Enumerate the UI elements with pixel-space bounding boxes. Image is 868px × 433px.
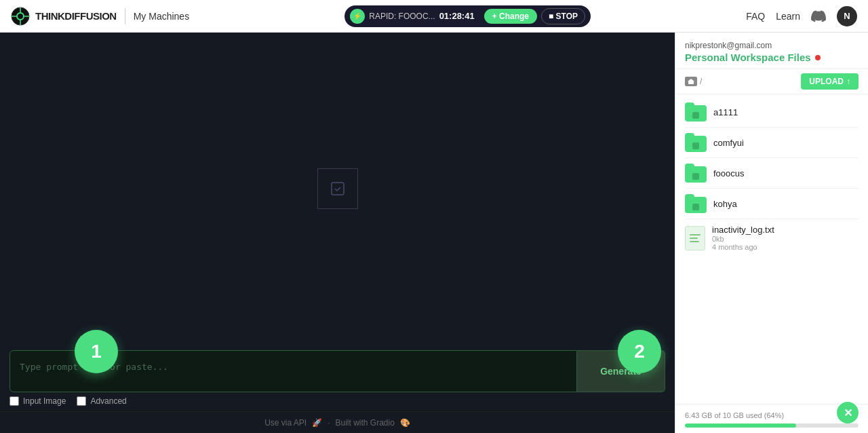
use-api-text[interactable]: Use via API [264,418,307,428]
rapid-badge: ⚡ RAPID: FOOOC... 01:28:41 + Change ■ ST… [344,5,591,27]
storage-text: 6.43 GB of 10 GB used (64%) [685,411,859,419]
stop-button[interactable]: ■ STOP [541,8,585,24]
file-panel: nikprestonk@gmail.com Personal Workspace… [675,33,868,433]
logo[interactable]: THINKDIFFUSION [11,7,117,26]
folder-item-fooocus[interactable]: fooocus [675,158,868,188]
workspace-title-text: Personal Workspace Files [685,52,811,63]
file-date-inactivity-log: 4 months ago [712,243,774,251]
header-right: FAQ Learn N [746,6,857,26]
header-divider [125,8,125,24]
svg-rect-6 [332,183,344,195]
storage-bar-fill [685,423,796,428]
change-button[interactable]: + Change [484,9,537,24]
file-item-inactivity-log[interactable]: inactivity_log.txt 0kb 4 months ago [675,219,868,257]
advanced-checkbox[interactable] [77,396,86,406]
folder-item-a1111[interactable]: a1111 [675,97,868,127]
breadcrumb-row: / UPLOAD ↑ [675,69,868,94]
step-2-number: 2 [634,341,645,362]
input-image-checkbox[interactable] [9,396,19,406]
workspace-panel: 1 2 Generate Input Image Advanced [0,33,675,433]
image-placeholder [317,168,358,209]
file-name-inactivity-log: inactivity_log.txt [712,225,774,235]
step-circle-1: 1 [75,330,118,373]
avatar[interactable]: N [837,6,857,26]
file-list: a1111 comfyui [675,94,868,404]
workspace-status-dot [815,55,821,60]
user-email: nikprestonk@gmail.com [685,41,859,50]
step-1-number: 1 [91,341,102,362]
options-row: Input Image Advanced [9,396,665,406]
step-circle-2: 2 [618,330,661,373]
storage-bar [685,423,859,428]
workspace-title: Personal Workspace Files [685,52,859,63]
canvas-area [0,33,675,345]
upload-button[interactable]: UPLOAD ↑ [801,73,859,90]
learn-link[interactable]: Learn [776,11,800,22]
folder-icon-a1111 [685,102,707,121]
footer-separator: · [328,418,330,428]
txt-line-1 [690,234,701,236]
rapid-timer: 01:28:41 [439,11,480,21]
txt-line-3 [690,241,699,242]
advanced-checkbox-label[interactable]: Advanced [77,396,126,406]
file-panel-header: nikprestonk@gmail.com Personal Workspace… [675,33,868,69]
app-header: THINKDIFFUSION My Machines ⚡ RAPID: FOOO… [0,0,868,33]
txt-file-lines [690,234,701,242]
storage-section: 6.43 GB of 10 GB used (64%) ✕ [675,404,868,433]
gradio-emoji: 🎨 [400,418,410,428]
rapid-label: RAPID: FOOOC... [369,12,435,21]
api-emoji: 🚀 [312,418,322,428]
folder-name-kohya: kohya [713,199,737,209]
upload-icon: ↑ [846,77,850,86]
folder-name-fooocus: fooocus [713,168,745,178]
footer-bar: Use via API 🚀 · Built with Gradio 🎨 [0,411,675,433]
home-icon[interactable] [685,77,697,86]
rapid-status-center: ⚡ RAPID: FOOOC... 01:28:41 + Change ■ ST… [189,5,746,27]
folder-item-comfyui[interactable]: comfyui [675,128,868,157]
main-layout: 1 2 Generate Input Image Advanced [0,33,868,433]
folder-icon-fooocus [685,164,707,183]
input-image-checkbox-label[interactable]: Input Image [9,396,66,406]
folder-icon-comfyui [685,133,707,152]
folder-item-kohya[interactable]: kohya [675,189,868,219]
folder-name-a1111: a1111 [713,107,738,117]
rapid-icon: ⚡ [350,9,365,24]
svg-marker-8 [688,79,694,81]
file-size-inactivity-log: 0kb [712,235,774,243]
file-meta-inactivity-log: inactivity_log.txt 0kb 4 months ago [712,225,774,251]
input-image-label: Input Image [23,396,66,406]
txt-file-icon [685,226,705,250]
logo-text: THINKDIFFUSION [35,10,117,22]
logo-icon [11,7,30,26]
breadcrumb-slash: / [700,77,702,86]
discord-icon[interactable] [811,9,826,24]
advanced-label: Advanced [90,396,126,406]
folder-name-comfyui: comfyui [713,138,744,148]
close-panel-button[interactable]: ✕ [837,402,859,423]
upload-label: UPLOAD [809,77,844,86]
txt-line-2 [690,238,698,239]
folder-icon-kohya [685,194,707,213]
my-machines-link[interactable]: My Machines [134,11,189,22]
built-with-text[interactable]: Built with Gradio [336,418,395,428]
faq-link[interactable]: FAQ [746,11,765,22]
